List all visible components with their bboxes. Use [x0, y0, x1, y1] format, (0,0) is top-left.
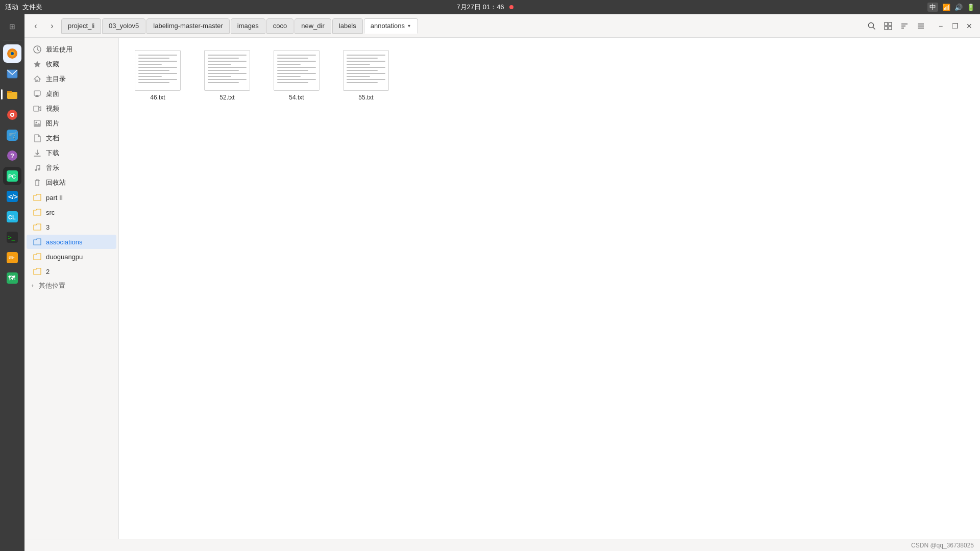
fm-body: 最近使用 收藏 主目录 [24, 38, 980, 539]
sidebar-item-documents[interactable]: 文档 [27, 131, 116, 145]
app-dock: ⊞ 🛒 ? PC </> CL >_ [0, 14, 24, 551]
list-item[interactable]: 52.txt [197, 46, 258, 105]
taskbar-recording-dot [509, 5, 513, 9]
search-button[interactable] [865, 19, 879, 33]
tab-labelimg[interactable]: labelimg-master-master [146, 18, 230, 34]
forward-button[interactable]: › [45, 19, 59, 33]
svg-text:</>: </> [8, 193, 18, 201]
sidebar-documents-label: 文档 [46, 134, 112, 143]
dock-appstore[interactable]: 🛒 [3, 126, 21, 144]
tab-annotations[interactable]: annotations ▾ [364, 18, 418, 34]
thumb-line [277, 64, 301, 65]
svg-point-45 [36, 122, 37, 123]
tabs-area: project_li 03_yolov5 labelimg-master-mas… [61, 18, 461, 34]
svg-line-26 [873, 27, 875, 29]
file-label: 54.txt [289, 94, 304, 101]
tab-labels[interactable]: labels [332, 18, 363, 34]
dock-help[interactable]: ? [3, 146, 21, 165]
dock-maps[interactable]: 🗺 [3, 269, 21, 287]
file-thumbnail [343, 50, 389, 91]
sort-button[interactable] [897, 19, 912, 33]
tab-03-yolov5[interactable]: 03_yolov5 [102, 18, 145, 34]
folder-icon [33, 252, 42, 261]
thumb-line [347, 73, 385, 74]
sidebar-item-trash[interactable]: 回收站 [27, 176, 116, 190]
dock-vscode[interactable]: </> [3, 187, 21, 206]
dock-pycharm[interactable]: PC [3, 167, 21, 185]
sidebar-item-2[interactable]: 2 [27, 264, 116, 279]
back-button[interactable]: ‹ [29, 19, 43, 33]
power-icon[interactable]: 🔋 [967, 4, 975, 11]
sort-icon [900, 22, 909, 30]
sidebar-item-associations[interactable]: associations [27, 235, 116, 249]
thumb-line [208, 58, 239, 59]
tab-project-li[interactable]: project_li [61, 18, 101, 34]
dock-clion[interactable]: CL [3, 208, 21, 226]
sidebar-item-recent[interactable]: 最近使用 [27, 42, 116, 57]
svg-point-49 [38, 169, 40, 170]
taskbar-left: 活动 文件夹 [5, 3, 42, 12]
restore-button[interactable]: ❐ [948, 19, 962, 33]
dock-pencil[interactable]: ✏ [3, 248, 21, 267]
file-label: 46.txt [150, 94, 165, 101]
svg-text:?: ? [10, 152, 14, 160]
sidebar-item-videos[interactable]: 视频 [27, 102, 116, 116]
thumb-line [138, 76, 162, 77]
dock-files[interactable] [3, 85, 21, 104]
volume-icon[interactable]: 🔊 [954, 4, 963, 11]
sidebar-item-favorites[interactable]: 收藏 [27, 57, 116, 71]
dock-rhythmbox[interactable] [3, 106, 21, 124]
thumb-line [208, 64, 231, 65]
menu-button[interactable] [914, 19, 928, 33]
thumb-line [208, 76, 231, 77]
dock-terminal[interactable]: >_ [3, 228, 21, 246]
dock-apps-button[interactable]: ⊞ [3, 17, 21, 36]
svg-text:PC: PC [8, 173, 16, 180]
list-item[interactable]: 54.txt [266, 46, 327, 105]
sidebar-item-duoguangpu[interactable]: duoguangpu [27, 249, 116, 264]
sidebar-other-locations[interactable]: + 其他位置 [24, 279, 118, 292]
tab-images[interactable]: images [231, 18, 265, 34]
taskbar-app-label[interactable]: 文件夹 [22, 3, 42, 12]
thumb-line [277, 76, 301, 77]
thumb-line [347, 58, 378, 59]
svg-point-8 [11, 114, 13, 116]
search-icon [868, 22, 876, 30]
network-icon[interactable]: 📶 [942, 4, 950, 11]
view-toggle-button[interactable] [881, 19, 895, 33]
sidebar-item-pictures[interactable]: 图片 [27, 116, 116, 131]
tab-new-dir[interactable]: new_dir [295, 18, 331, 34]
svg-text:>_: >_ [8, 234, 15, 241]
sidebar-item-part-ii[interactable]: part II [27, 190, 116, 205]
input-method-icon[interactable]: 中 [927, 3, 938, 12]
minimize-button[interactable]: − [934, 19, 947, 33]
fm-window: ‹ › project_li 03_yolov5 labelimg-master… [24, 14, 980, 551]
sidebar-item-desktop[interactable]: 桌面 [27, 87, 116, 101]
taskbar-center: 7月27日 01：46 [456, 3, 513, 12]
sidebar-item-3[interactable]: 3 [27, 220, 116, 234]
list-item[interactable]: 46.txt [127, 46, 188, 105]
thumbnail-lines [135, 51, 180, 90]
taskbar-active-app[interactable]: 活动 [5, 3, 18, 12]
sidebar-item-src[interactable]: src [27, 205, 116, 219]
thumbnail-lines [205, 51, 250, 90]
sidebar-pictures-label: 图片 [46, 119, 112, 128]
taskbar: 活动 文件夹 7月27日 01：46 中 📶 🔊 🔋 [0, 0, 980, 14]
svg-marker-43 [39, 107, 41, 111]
view-toggle-icon [884, 22, 892, 30]
sidebar-favorites-label: 收藏 [46, 60, 112, 69]
tab-dropdown-button[interactable]: ▾ [407, 23, 411, 29]
thumb-line [277, 55, 316, 56]
tab-coco[interactable]: coco [266, 18, 293, 34]
list-item[interactable]: 55.txt [335, 46, 397, 105]
status-bar: CSDN @qq_36738025 [24, 539, 980, 551]
sidebar-item-downloads[interactable]: 下载 [27, 146, 116, 160]
close-button[interactable]: ✕ [963, 19, 976, 33]
sidebar-item-home[interactable]: 主目录 [27, 72, 116, 86]
dock-email[interactable] [3, 65, 21, 83]
sidebar-item-music[interactable]: 音乐 [27, 161, 116, 175]
thumb-line [347, 61, 385, 62]
clock-icon [33, 45, 42, 54]
thumb-line [277, 58, 308, 59]
dock-firefox[interactable] [3, 44, 21, 63]
